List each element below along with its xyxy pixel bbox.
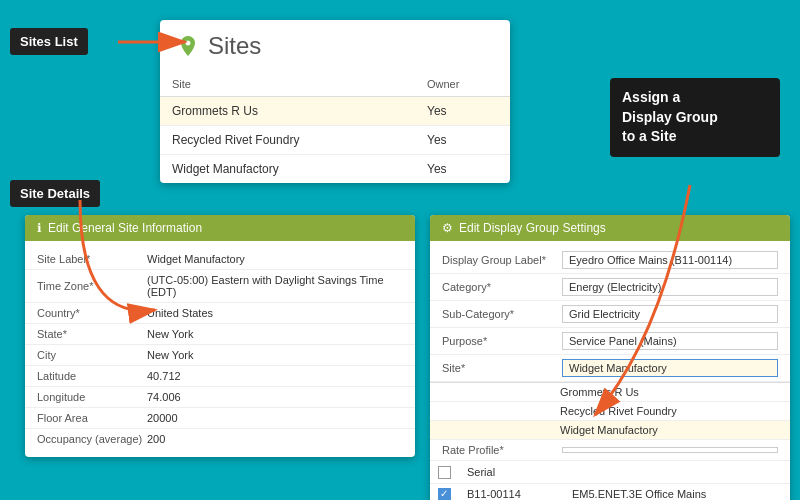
display-field-label: Purpose* — [442, 335, 562, 347]
detail-field-value: New York — [147, 328, 193, 340]
detail-field-label: State* — [37, 328, 147, 340]
display-field-row: Purpose*Service Panel (Mains) — [430, 328, 790, 355]
display-field-row-rate: Rate Profile* — [430, 440, 790, 461]
dropdown-item[interactable]: Grommets R Us — [430, 383, 790, 402]
display-field-row: Display Group Label*Eyedro Office Mains … — [430, 247, 790, 274]
display-checkbox-table: SerialB11-00114EM5.ENET.3E Office Mains — [430, 461, 790, 500]
detail-field-value: Widget Manufactory — [147, 253, 245, 265]
detail-field-label: Longitude — [37, 391, 147, 403]
detail-field-value: 20000 — [147, 412, 178, 424]
display-field-label: Display Group Label* — [442, 254, 562, 266]
site-name-cell: Widget Manufactory — [160, 155, 415, 184]
sites-list-label: Sites List — [10, 28, 88, 55]
detail-field-row: Floor Area20000 — [25, 408, 415, 429]
checkbox-cell[interactable] — [430, 461, 459, 483]
detail-field-row: Site Label*Widget Manufactory — [25, 249, 415, 270]
table-row[interactable]: B11-00114EM5.ENET.3E Office Mains — [430, 483, 790, 500]
detail-field-label: Occupancy (average) — [37, 433, 147, 445]
sites-table-row[interactable]: Recycled Rivet FoundryYes — [160, 126, 510, 155]
site-details-label: Site Details — [10, 180, 100, 207]
detail-field-label: Country* — [37, 307, 147, 319]
detail-field-value: (UTC-05:00) Eastern with Daylight Saving… — [147, 274, 403, 298]
sites-table-row[interactable]: Widget ManufactoryYes — [160, 155, 510, 184]
detail-field-value: 40.712 — [147, 370, 181, 382]
display-field-row: Category*Energy (Electricity) — [430, 274, 790, 301]
detail-field-label: Time Zone* — [37, 280, 147, 292]
checkbox-checked[interactable] — [438, 488, 451, 500]
display-field-label: Rate Profile* — [442, 444, 562, 456]
site-dropdown: Grommets R UsRecycled Rivet FoundryWidge… — [430, 382, 790, 440]
table-row[interactable]: Serial — [430, 461, 790, 483]
detail-field-label: Site Label* — [37, 253, 147, 265]
checkbox-unchecked[interactable] — [438, 466, 451, 479]
site-name-cell: Recycled Rivet Foundry — [160, 126, 415, 155]
site-owner-cell: Yes — [415, 155, 510, 184]
dropdown-item[interactable]: Widget Manufactory — [430, 421, 790, 440]
display-field-label: Site* — [442, 362, 562, 374]
detail-field-value: United States — [147, 307, 213, 319]
site-details-panel: ℹ Edit General Site Information Site Lab… — [25, 215, 415, 457]
display-group-panel: ⚙ Edit Display Group Settings Display Gr… — [430, 215, 790, 500]
site-name-cell: Grommets R Us — [160, 97, 415, 126]
detail-field-row: Latitude40.712 — [25, 366, 415, 387]
sites-table-row[interactable]: Grommets R UsYes — [160, 97, 510, 126]
assign-display-label: Assign aDisplay Groupto a Site — [610, 78, 780, 157]
name-cell — [564, 461, 790, 483]
serial-cell: B11-00114 — [459, 483, 564, 500]
details-panel-header: ℹ Edit General Site Information — [25, 215, 415, 241]
detail-field-row: State*New York — [25, 324, 415, 345]
detail-field-value: New York — [147, 349, 193, 361]
sites-panel: Sites Site Owner Grommets R UsYesRecycle… — [160, 20, 510, 183]
info-icon: ℹ — [37, 221, 42, 235]
sites-table: Site Owner Grommets R UsYesRecycled Rive… — [160, 72, 510, 183]
detail-field-label: Latitude — [37, 370, 147, 382]
map-pin-icon — [176, 34, 200, 58]
detail-field-value: 200 — [147, 433, 165, 445]
serial-cell: Serial — [459, 461, 564, 483]
display-field-row-site: Site*Widget Manufactory — [430, 355, 790, 382]
detail-field-row: Occupancy (average)200 — [25, 429, 415, 449]
display-field-value[interactable]: Grid Electricity — [562, 305, 778, 323]
display-field-value[interactable]: Energy (Electricity) — [562, 278, 778, 296]
site-owner-cell: Yes — [415, 97, 510, 126]
detail-field-value: 74.006 — [147, 391, 181, 403]
detail-field-label: City — [37, 349, 147, 361]
name-cell: EM5.ENET.3E Office Mains — [564, 483, 790, 500]
dropdown-item[interactable]: Recycled Rivet Foundry — [430, 402, 790, 421]
gear-icon: ⚙ — [442, 221, 453, 235]
display-field-label: Sub-Category* — [442, 308, 562, 320]
detail-field-row: Country*United States — [25, 303, 415, 324]
sites-panel-title: Sites — [208, 32, 261, 60]
display-panel-header: ⚙ Edit Display Group Settings — [430, 215, 790, 241]
site-field-value[interactable]: Widget Manufactory — [562, 359, 778, 377]
rate-field-value[interactable] — [562, 447, 778, 453]
col-owner: Owner — [415, 72, 510, 97]
detail-field-label: Floor Area — [37, 412, 147, 424]
site-owner-cell: Yes — [415, 126, 510, 155]
detail-field-row: Time Zone*(UTC-05:00) Eastern with Dayli… — [25, 270, 415, 303]
display-field-row: Sub-Category*Grid Electricity — [430, 301, 790, 328]
detail-field-row: CityNew York — [25, 345, 415, 366]
checkbox-cell[interactable] — [430, 483, 459, 500]
col-site: Site — [160, 72, 415, 97]
display-field-label: Category* — [442, 281, 562, 293]
display-field-value[interactable]: Eyedro Office Mains (B11-00114) — [562, 251, 778, 269]
display-field-value[interactable]: Service Panel (Mains) — [562, 332, 778, 350]
detail-field-row: Longitude74.006 — [25, 387, 415, 408]
